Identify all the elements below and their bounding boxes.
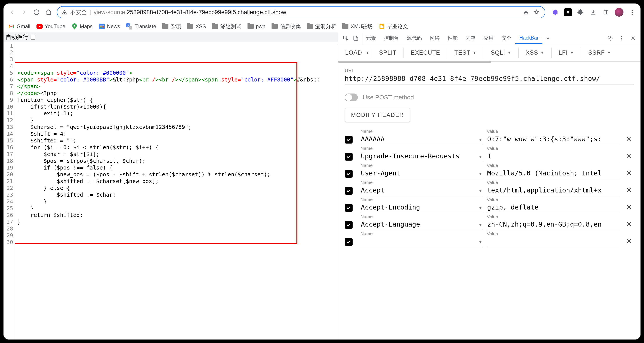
hb-header-name-input[interactable] bbox=[360, 202, 483, 213]
svg-point-3 bbox=[632, 10, 633, 11]
hb-load-button[interactable]: LOAD bbox=[338, 44, 369, 62]
hb-url-input[interactable]: http://25898988-d708-4e31-8f4e-79ecb99e9… bbox=[345, 74, 634, 85]
bookmark-folder-recon[interactable]: 信息收集 bbox=[272, 23, 301, 30]
hb-header-value-input[interactable] bbox=[487, 152, 620, 162]
hb-header-checkbox[interactable] bbox=[345, 238, 352, 246]
tab-more[interactable]: » bbox=[542, 32, 553, 44]
hb-modify-header-btn[interactable]: MODIFY HEADER bbox=[345, 108, 410, 122]
star-icon[interactable] bbox=[532, 8, 540, 16]
hb-header-value-input[interactable] bbox=[487, 202, 620, 213]
profile-avatar[interactable] bbox=[615, 8, 624, 16]
tab-memory[interactable]: 内存 bbox=[462, 32, 480, 44]
url-bar[interactable]: 不安全 | view-source:25898988-d708-4e31-8f4… bbox=[57, 6, 545, 18]
hb-header-value-input[interactable] bbox=[487, 168, 620, 179]
source-code-body[interactable]: 1234567891011121314151617181920212223242… bbox=[4, 42, 338, 340]
hb-xss-button[interactable]: XSS▼ bbox=[518, 44, 552, 62]
tab-security[interactable]: 安全 bbox=[498, 32, 515, 44]
hb-header-value-input[interactable] bbox=[487, 186, 620, 196]
main-split: 自动换行 12345678910111213141516171819202122… bbox=[4, 32, 640, 340]
warning-icon bbox=[62, 10, 67, 15]
reload-button[interactable] bbox=[32, 8, 41, 16]
bookmark-gmail[interactable]: Gmail bbox=[8, 24, 30, 30]
dropdown-caret-icon[interactable]: ▼ bbox=[478, 172, 482, 176]
folder-icon bbox=[248, 24, 254, 30]
hb-sqli-button[interactable]: SQLI▼ bbox=[484, 44, 518, 62]
tab-network[interactable]: 网络 bbox=[426, 32, 444, 44]
bookmark-folder-misc[interactable]: 杂项 bbox=[162, 23, 181, 30]
hb-header-remove-button[interactable]: ✕ bbox=[624, 220, 634, 228]
extension-icon-1[interactable] bbox=[552, 8, 559, 16]
hb-header-name-input[interactable] bbox=[360, 168, 483, 179]
hb-header-value-input[interactable] bbox=[487, 236, 620, 247]
hb-header-row: Name ▼ Value ✕ bbox=[345, 163, 634, 179]
dropdown-caret-icon[interactable]: ▼ bbox=[478, 138, 482, 142]
device-icon[interactable] bbox=[352, 34, 360, 42]
hb-header-remove-button[interactable]: ✕ bbox=[624, 135, 634, 143]
forward-button[interactable] bbox=[20, 8, 28, 16]
bookmark-folder-pentest[interactable]: 渗透测试 bbox=[212, 23, 242, 30]
hb-header-value-input[interactable] bbox=[487, 220, 620, 230]
extension-icon-2[interactable]: X bbox=[564, 8, 572, 16]
tab-application[interactable]: 应用 bbox=[480, 32, 498, 44]
hb-ssrf-button[interactable]: SSRF▼ bbox=[581, 44, 618, 62]
hb-header-checkbox[interactable] bbox=[345, 136, 352, 144]
code-lines[interactable]: <code><span style="color: #000000"><span… bbox=[15, 42, 338, 340]
hb-header-value-input[interactable] bbox=[487, 134, 620, 145]
tab-console[interactable]: 控制台 bbox=[380, 32, 403, 44]
hb-header-checkbox[interactable] bbox=[345, 204, 352, 212]
tab-elements[interactable]: 元素 bbox=[362, 32, 380, 44]
dropdown-caret-icon[interactable]: ▼ bbox=[478, 206, 482, 210]
close-devtools-icon[interactable] bbox=[629, 34, 637, 42]
hb-header-name-input[interactable] bbox=[360, 186, 483, 196]
hb-header-remove-button[interactable]: ✕ bbox=[624, 237, 634, 245]
hb-header-checkbox[interactable] bbox=[345, 187, 352, 195]
folder-icon bbox=[162, 24, 168, 30]
bookmark-translate[interactable]: 文A Translate bbox=[126, 24, 156, 30]
downloads-icon[interactable] bbox=[590, 8, 597, 16]
auto-wrap-checkbox[interactable] bbox=[30, 35, 36, 40]
bookmark-maps[interactable]: Maps bbox=[72, 24, 92, 30]
hb-split-button[interactable]: SPLIT bbox=[372, 44, 404, 62]
hb-header-checkbox[interactable] bbox=[345, 170, 352, 178]
hb-modify-header-wrap: MODIFY HEADER bbox=[345, 108, 634, 122]
bookmark-folder-xmu[interactable]: XMU驻场 bbox=[342, 23, 373, 30]
dropdown-caret-icon[interactable]: ▼ bbox=[478, 155, 482, 159]
menu-icon[interactable] bbox=[628, 8, 636, 16]
hb-lfi-button[interactable]: LFI▼ bbox=[552, 44, 581, 62]
tab-hackbar[interactable]: HackBar bbox=[515, 32, 542, 44]
extensions-icon[interactable] bbox=[577, 8, 584, 16]
bookmark-folder-pwn[interactable]: pwn bbox=[248, 24, 266, 30]
hb-execute-button[interactable]: EXECUTE bbox=[404, 44, 447, 62]
hb-header-checkbox[interactable] bbox=[345, 221, 352, 229]
bookmark-thesis[interactable]: 毕业论文 bbox=[379, 23, 408, 30]
tab-performance[interactable]: 性能 bbox=[444, 32, 462, 44]
kebab-icon[interactable] bbox=[618, 34, 626, 42]
hb-header-remove-button[interactable]: ✕ bbox=[624, 169, 634, 177]
hb-test-button[interactable]: TEST▼ bbox=[448, 44, 484, 62]
hb-header-remove-button[interactable]: ✕ bbox=[624, 186, 634, 194]
dropdown-caret-icon[interactable]: ▼ bbox=[478, 240, 482, 244]
hb-header-checkbox[interactable] bbox=[345, 153, 352, 160]
inspect-icon[interactable] bbox=[342, 34, 350, 42]
back-button[interactable] bbox=[8, 8, 16, 16]
sidepanel-icon[interactable] bbox=[602, 8, 610, 16]
dropdown-caret-icon[interactable]: ▼ bbox=[478, 189, 482, 193]
hb-post-toggle[interactable] bbox=[345, 94, 358, 101]
dropdown-caret-icon[interactable]: ▼ bbox=[478, 223, 482, 228]
hb-header-name-input[interactable] bbox=[360, 134, 483, 145]
settings-icon[interactable] bbox=[606, 34, 614, 42]
hb-load-caret[interactable]: ▼ bbox=[366, 50, 370, 55]
bookmark-news[interactable]: News bbox=[99, 24, 120, 30]
bookmark-youtube[interactable]: YouTube bbox=[36, 24, 65, 30]
bookmark-folder-xss[interactable]: XSS bbox=[187, 24, 206, 30]
hb-header-name-input[interactable] bbox=[360, 152, 483, 162]
tab-sources[interactable]: 源代码 bbox=[403, 32, 426, 44]
hb-header-name-input[interactable] bbox=[360, 220, 483, 230]
hb-header-remove-button[interactable]: ✕ bbox=[624, 152, 634, 160]
home-button[interactable] bbox=[44, 8, 53, 16]
hb-scrollbar[interactable] bbox=[338, 61, 491, 63]
hb-header-remove-button[interactable]: ✕ bbox=[624, 203, 634, 211]
share-icon[interactable] bbox=[522, 8, 530, 16]
hb-header-name-input[interactable] bbox=[360, 236, 483, 247]
bookmark-folder-vuln[interactable]: 漏洞分析 bbox=[307, 23, 336, 30]
